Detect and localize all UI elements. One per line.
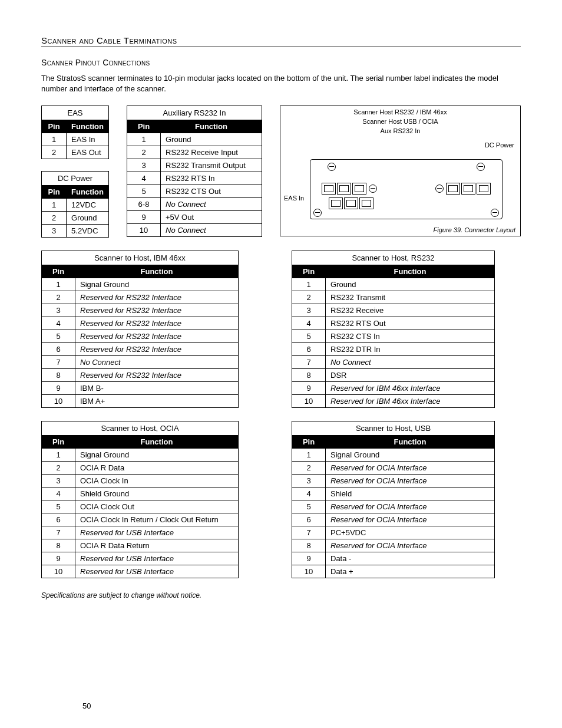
table-usb-title: Scanner to Host, USB bbox=[292, 421, 495, 435]
pin-cell: 5 bbox=[42, 500, 75, 513]
func-cell: RS232 Receive Input bbox=[161, 146, 262, 159]
pin-cell: 8 bbox=[292, 369, 326, 382]
table-aux-title: Auxiliary RS232 In bbox=[127, 106, 262, 120]
pin-cell: 9 bbox=[292, 382, 326, 395]
func-cell: Shield bbox=[326, 487, 495, 500]
pin-cell: 6 bbox=[42, 513, 75, 526]
func-cell: RS232 CTS In bbox=[326, 330, 495, 343]
func-cell: EAS Out bbox=[67, 146, 109, 159]
pin-cell: 10 bbox=[42, 395, 75, 408]
top-row: EAS Pin Function 1EAS In2EAS Out DC Powe… bbox=[41, 106, 521, 238]
table-row: 4RS232 RTS In bbox=[127, 172, 262, 185]
pin-cell: 2 bbox=[127, 146, 161, 159]
table-ibm-title: Scanner to Host, IBM 46xx bbox=[41, 251, 239, 265]
intro-paragraph: The StratosS scanner terminates to 10-pi… bbox=[41, 73, 521, 94]
table-row: 6Reserved for RS232 Interface bbox=[42, 343, 239, 356]
func-cell: RS232 RTS In bbox=[161, 172, 262, 185]
func-cell: PC+5VDC bbox=[326, 526, 495, 539]
table-row: 4Shield Ground bbox=[42, 487, 239, 500]
table-row: 9Reserved for USB Interface bbox=[42, 552, 239, 565]
func-cell: OCIA Clock In Return / Clock Out Return bbox=[75, 513, 239, 526]
table-usb: Scanner to Host, USB Pin Function 1Signa… bbox=[292, 421, 495, 578]
pin-cell: 5 bbox=[292, 500, 326, 513]
col-func: Function bbox=[67, 120, 109, 133]
pin-cell: 10 bbox=[127, 224, 161, 237]
func-cell: Ground bbox=[161, 133, 262, 146]
func-cell: Signal Ground bbox=[75, 449, 239, 462]
table-row: 5OCIA Clock Out bbox=[42, 500, 239, 513]
diagram-label-host-rs232: Scanner Host RS232 / IBM 46xx bbox=[353, 108, 447, 116]
func-cell: Reserved for IBM 46xx Interface bbox=[326, 382, 495, 395]
table-row: 7No Connect bbox=[292, 356, 495, 369]
pin-cell: 7 bbox=[42, 526, 75, 539]
col-pin: Pin bbox=[42, 120, 67, 133]
pin-cell: 6 bbox=[292, 343, 326, 356]
table-row: 4Reserved for RS232 Interface bbox=[42, 317, 239, 330]
func-cell: IBM B- bbox=[75, 382, 239, 395]
pin-cell: 1 bbox=[127, 133, 161, 146]
table-row: 7PC+5VDC bbox=[292, 526, 495, 539]
func-cell: OCIA R Data bbox=[75, 462, 239, 475]
func-cell: RS232 CTS Out bbox=[161, 185, 262, 198]
pin-cell: 4 bbox=[42, 317, 75, 330]
func-cell: IBM A+ bbox=[75, 395, 239, 408]
col-func: Function bbox=[326, 436, 495, 449]
row-3: Scanner to Host, OCIA Pin Function 1Sign… bbox=[41, 421, 521, 578]
func-cell: Signal Ground bbox=[326, 449, 495, 462]
table-eas-title: EAS bbox=[41, 106, 109, 120]
func-cell: Data - bbox=[326, 552, 495, 565]
pin-cell: 5 bbox=[42, 330, 75, 343]
col-func: Function bbox=[67, 186, 109, 199]
col-pin: Pin bbox=[42, 186, 67, 199]
table-row: 8Reserved for OCIA Interface bbox=[292, 539, 495, 552]
func-cell: OCIA Clock Out bbox=[75, 500, 239, 513]
col-func: Function bbox=[326, 265, 495, 278]
diagram-label-eas: EAS In bbox=[284, 195, 304, 202]
func-cell: EAS In bbox=[67, 133, 109, 146]
subsection-title: Scanner Pinout Connections bbox=[41, 58, 521, 67]
diagram-label-host-usb: Scanner Host USB / OCIA bbox=[362, 118, 438, 125]
table-row: 10No Connect bbox=[127, 224, 262, 237]
pin-cell: 6 bbox=[42, 343, 75, 356]
pin-cell: 1 bbox=[42, 199, 67, 212]
func-cell: RS232 RTS Out bbox=[326, 317, 495, 330]
table-rs232-title: Scanner to Host, RS232 bbox=[292, 251, 495, 265]
pin-cell: 7 bbox=[42, 356, 75, 369]
pin-cell: 3 bbox=[127, 159, 161, 172]
pin-cell: 3 bbox=[292, 475, 326, 487]
pin-cell: 1 bbox=[292, 278, 326, 291]
func-cell: No Connect bbox=[75, 356, 239, 369]
col-pin: Pin bbox=[127, 120, 161, 133]
pin-cell: 4 bbox=[292, 317, 326, 330]
func-cell: Ground bbox=[67, 212, 109, 225]
pin-cell: 10 bbox=[42, 565, 75, 578]
pin-cell: 3 bbox=[292, 304, 326, 317]
func-cell: Reserved for RS232 Interface bbox=[75, 304, 239, 317]
table-row: 9IBM B- bbox=[42, 382, 239, 395]
diagram-label-dcpower: DC Power bbox=[485, 141, 514, 149]
func-cell: 12VDC bbox=[67, 199, 109, 212]
pin-cell: 8 bbox=[42, 369, 75, 382]
func-cell: Reserved for USB Interface bbox=[75, 552, 239, 565]
pin-cell: 3 bbox=[42, 225, 67, 238]
table-ibm: Scanner to Host, IBM 46xx Pin Function 1… bbox=[41, 251, 239, 408]
pin-cell: 10 bbox=[292, 395, 326, 408]
page-number: 50 bbox=[82, 701, 91, 710]
table-row: 1Signal Ground bbox=[292, 449, 495, 462]
pin-cell: 9 bbox=[292, 552, 326, 565]
func-cell: Reserved for RS232 Interface bbox=[75, 369, 239, 382]
col-func: Function bbox=[161, 120, 262, 133]
table-row: 10Reserved for IBM 46xx Interface bbox=[292, 395, 495, 408]
func-cell: Reserved for IBM 46xx Interface bbox=[326, 395, 495, 408]
table-row: 4Shield bbox=[292, 487, 495, 500]
table-row: 3OCIA Clock In bbox=[42, 475, 239, 487]
table-row: 2Reserved for RS232 Interface bbox=[42, 291, 239, 304]
table-row: 10IBM A+ bbox=[42, 395, 239, 408]
table-row: 6Reserved for OCIA Interface bbox=[292, 513, 495, 526]
pin-cell: 2 bbox=[42, 291, 75, 304]
table-row: 2RS232 Transmit bbox=[292, 291, 495, 304]
pin-cell: 7 bbox=[292, 356, 326, 369]
col-func: Function bbox=[75, 436, 239, 449]
table-row: 5RS232 CTS In bbox=[292, 330, 495, 343]
footnote: Specifications are subject to change wit… bbox=[41, 591, 521, 599]
